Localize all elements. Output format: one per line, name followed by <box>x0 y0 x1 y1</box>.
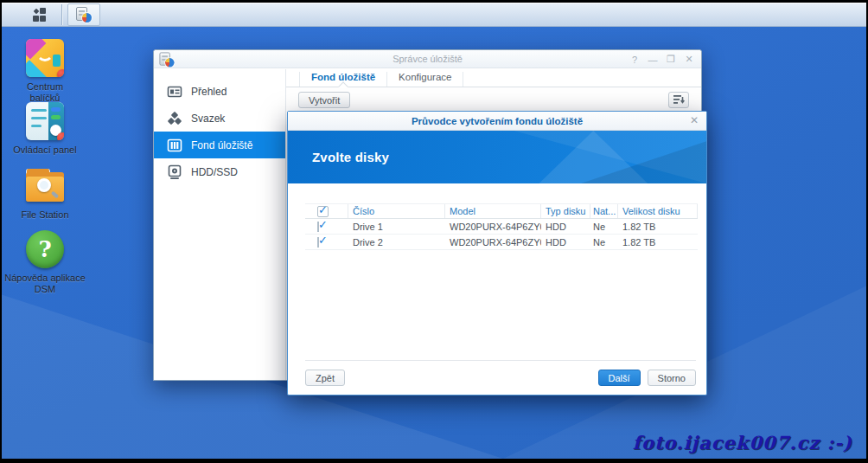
toolbar: Vytvořit <box>286 87 701 113</box>
sidebar: Přehled Svazek <box>154 69 286 380</box>
package-center-icon <box>26 39 64 77</box>
hard-drive-icon <box>167 164 182 180</box>
desktop-icon-label: Ovládací panel <box>3 145 86 156</box>
cell-nat: Ne <box>590 237 618 248</box>
create-button[interactable]: Vytvořit <box>298 92 350 108</box>
sidebar-item-label: HDD/SSD <box>191 166 238 178</box>
desktop-icon-package-center[interactable]: Centrum balíčků <box>3 39 86 104</box>
next-button[interactable]: Další <box>598 370 641 386</box>
cell-number: Drive 2 <box>348 237 445 248</box>
cancel-button[interactable]: Storno <box>648 370 696 386</box>
taskbar-divider <box>61 4 62 25</box>
dialog-footer: Zpět Další Storno <box>305 360 696 395</box>
main-menu-button[interactable] <box>24 3 55 26</box>
wizard-banner: Zvolte disky <box>288 131 706 183</box>
cell-model: WD20PURX-64P6ZY0 <box>445 222 541 232</box>
file-station-icon <box>26 167 64 205</box>
cell-disk-type: HDD <box>541 237 590 248</box>
desktop-icon-label: File Station <box>3 209 86 221</box>
table-row[interactable]: Drive 2 WD20PURX-64P6ZY0 HDD Ne 1.82 TB <box>305 235 698 250</box>
photo-watermark: foto.ijacek007.cz :-) <box>633 432 852 453</box>
row-checkbox[interactable] <box>317 237 319 248</box>
minimize-button[interactable]: — <box>648 55 658 65</box>
desktop-icon-label: Nápověda aplikace DSM <box>3 273 86 295</box>
desktop-icon-dsm-help[interactable]: ? Nápověda aplikace DSM <box>3 230 86 295</box>
column-header[interactable]: Model <box>445 204 541 218</box>
volume-cubes-icon <box>167 111 182 126</box>
desktop-icon-control-panel[interactable]: Ovládací panel <box>3 102 86 156</box>
cell-disk-type: HDD <box>541 222 590 232</box>
column-header[interactable]: Číslo <box>348 204 445 218</box>
storage-manager-icon <box>76 7 92 23</box>
cell-disk-size: 1.82 TB <box>618 237 698 248</box>
desktop-icon-label: Centrum balíčků <box>3 81 86 104</box>
taskbar <box>2 3 866 27</box>
cell-number: Drive 1 <box>348 222 445 232</box>
table-row[interactable]: Drive 1 WD20PURX-64P6ZY0 HDD Ne 1.82 TB <box>305 219 698 235</box>
storage-pool-wizard-dialog: Průvodce vytvořením fondu úložiště ✕ Zvo… <box>287 111 707 395</box>
sort-button[interactable] <box>668 92 689 108</box>
sidebar-item-label: Svazek <box>191 113 225 125</box>
cell-disk-size: 1.82 TB <box>618 222 698 232</box>
tabs-bar: Fond úložiště Konfigurace <box>286 69 701 87</box>
select-all-checkbox[interactable] <box>317 206 329 217</box>
notification-badge <box>57 132 64 140</box>
column-header[interactable]: Velikost disku <box>618 204 698 218</box>
cell-nat: Ne <box>590 222 618 232</box>
desktop-icon-file-station[interactable]: File Station <box>3 167 86 221</box>
sidebar-item-label: Přehled <box>191 86 227 98</box>
close-button[interactable]: ✕ <box>684 54 694 65</box>
dialog-titlebar[interactable]: Průvodce vytvořením fondu úložiště ✕ <box>288 112 706 131</box>
maximize-button[interactable]: ❐ <box>666 54 676 65</box>
tab-configuration[interactable]: Konfigurace <box>387 72 463 87</box>
column-header[interactable]: Typ disku <box>541 204 590 218</box>
dialog-title: Průvodce vytvořením fondu úložiště <box>412 116 583 126</box>
help-question-icon: ? <box>26 230 64 268</box>
banner-facets <box>288 131 706 183</box>
overview-icon <box>167 84 182 100</box>
dialog-close-icon[interactable]: ✕ <box>690 114 699 126</box>
sort-descending-icon <box>673 94 686 106</box>
window-title: Správce úložiště <box>154 54 701 64</box>
sidebar-item-storage-pool[interactable]: Fond úložiště <box>154 132 285 158</box>
sidebar-item-overview[interactable]: Přehled <box>154 78 285 105</box>
apps-grid-icon <box>33 8 47 22</box>
sidebar-item-hdd-ssd[interactable]: HDD/SSD <box>154 158 285 185</box>
sidebar-item-label: Fond úložiště <box>191 139 252 151</box>
tab-storage-pool[interactable]: Fond úložiště <box>299 72 387 87</box>
storage-pool-icon <box>167 138 182 153</box>
screen: Centrum balíčků Ovládací panel File Stat… <box>0 0 868 463</box>
notification-badge <box>57 69 64 77</box>
control-panel-icon <box>26 102 64 140</box>
help-button[interactable]: ? <box>629 55 640 65</box>
storage-manager-task-button[interactable] <box>67 3 100 26</box>
cell-model: WD20PURX-64P6ZY0 <box>445 237 541 248</box>
sidebar-item-volume[interactable]: Svazek <box>154 105 285 132</box>
column-header[interactable]: Nat... <box>590 204 618 218</box>
disk-table: Číslo Model Typ disku Nat... Velikost di… <box>305 203 698 250</box>
dialog-body: Číslo Model Typ disku Nat... Velikost di… <box>288 184 706 360</box>
row-checkbox[interactable] <box>317 222 319 232</box>
window-titlebar[interactable]: Správce úložiště ? — ❐ ✕ <box>154 50 701 68</box>
back-button[interactable]: Zpět <box>305 370 345 386</box>
table-header-row: Číslo Model Typ disku Nat... Velikost di… <box>305 203 698 219</box>
